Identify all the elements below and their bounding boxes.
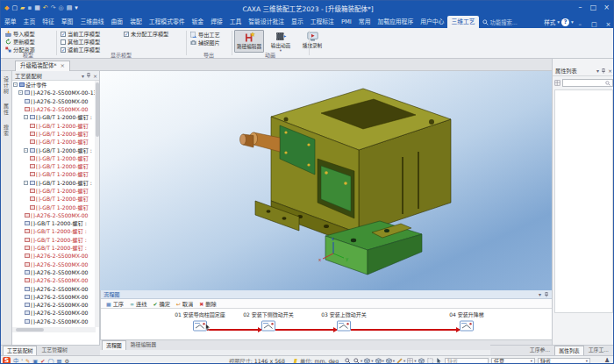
doc-close-button[interactable]: × (603, 18, 613, 28)
ribbon-tab[interactable]: 草图 (58, 16, 77, 28)
flow-node[interactable]: 03 安装上微动开关 (304, 310, 383, 335)
pin-icon[interactable] (601, 68, 606, 74)
tree-item[interactable]: []-A276-2-S500MX-00 (12, 211, 96, 219)
display-model-checkbox[interactable]: ✓ 当前工序模型 (61, 30, 100, 38)
tree-item[interactable]: - []-GB/T 1-2000-螺钉 : (12, 146, 96, 153)
flow-node-icon[interactable] (337, 320, 351, 332)
panel-close-icon[interactable]: × (93, 73, 97, 79)
vertical-tab[interactable]: 设计树 (3, 76, 11, 95)
toolbar-big-button[interactable]: 路径编辑器 (234, 30, 264, 53)
ribbon-tab[interactable]: 三维工艺 (447, 16, 478, 28)
tree-item[interactable]: []-GB/T 1-2000-螺钉 : (12, 227, 96, 235)
tree-horizontal-scrollbar[interactable] (12, 327, 96, 332)
ime-icon[interactable]: 中 (13, 356, 18, 364)
style-dropdown-icon[interactable]: ▾ (557, 19, 560, 25)
view-tool-button[interactable] (436, 358, 443, 364)
ribbon-tab[interactable]: 工程标注 (307, 16, 338, 28)
tree-item[interactable]: - []-GB/T 1-2000-螺钉 : (12, 179, 96, 187)
panel-tab[interactable]: 路径编辑器 (126, 339, 161, 350)
vertical-tab[interactable]: 属性 (3, 103, 11, 116)
panel-tab[interactable]: 工艺管理树 (37, 345, 71, 355)
tree-item[interactable]: []-GB/T 1-2000-螺钉 (12, 162, 96, 170)
flow-node[interactable]: 01 安装导向柱固定座 (161, 310, 239, 335)
view-tool-button[interactable]: ▾ (407, 358, 416, 364)
help-icon[interactable]: ? (561, 18, 569, 26)
view-tool-button[interactable]: ▾ (353, 358, 362, 364)
default-combo[interactable]: 缺省 ▾ (538, 358, 590, 364)
minimize-button[interactable]: – (574, 1, 587, 15)
panel-dropdown-icon[interactable]: ▾ (82, 73, 84, 79)
quick-access-icon[interactable]: ▤ (67, 1, 73, 15)
function-search[interactable]: 功能搜索... (482, 16, 518, 28)
style-button[interactable]: 样式 (544, 18, 555, 26)
ribbon-tab[interactable]: 常用 (355, 16, 375, 28)
filter-icon[interactable] (554, 80, 560, 86)
doc-restore-button[interactable]: □ (589, 18, 599, 28)
ime-icon[interactable]: ✔ (40, 356, 45, 364)
view-tool-button[interactable]: ▾ (386, 358, 395, 364)
vertical-tab[interactable]: 搜索 (3, 125, 11, 137)
toolbar-small-button[interactable]: 导入模型 (5, 30, 35, 37)
tree-item[interactable]: []-A276-2-S500MX-00 (12, 318, 96, 325)
tree-item[interactable]: []-A276-2-S500MX-00 (12, 252, 96, 260)
selection-type-combo[interactable]: 任意 ▾ (491, 358, 535, 364)
quick-access-icon[interactable]: ◎ (59, 1, 64, 15)
3d-viewport[interactable]: z x y (100, 71, 552, 290)
tree-item[interactable]: []-GB/T 1-2000-螺钉 : (12, 244, 96, 252)
document-tab[interactable]: 升级箱装配体* × (15, 61, 70, 71)
tree-item[interactable]: []-A276-2-S500MX-00 (12, 97, 96, 105)
quick-access-icon[interactable]: ▦ (34, 1, 40, 15)
tree-item[interactable]: []-A276-2-S500MX-00 (12, 309, 96, 317)
panel-tab[interactable]: 流程图 (102, 340, 126, 350)
ribbon-tab[interactable]: 钣金 (189, 16, 208, 28)
ribbon-tab[interactable]: PMI (338, 16, 355, 28)
ribbon-tab[interactable]: 菜单 (1, 16, 20, 28)
ime-icon[interactable]: ▣ (32, 356, 38, 364)
pin-icon[interactable] (86, 73, 91, 78)
ribbon-tab[interactable]: 显示 (288, 16, 307, 28)
tree-item[interactable]: []-GB/T 1-2000-螺钉 (12, 130, 96, 138)
view-tool-button[interactable] (427, 358, 434, 364)
flow-tool-button[interactable]: ✖ 删除 (199, 300, 216, 308)
assistant-icon[interactable]: ♟ (604, 356, 610, 364)
ribbon-tab[interactable]: 焊接 (207, 16, 226, 28)
ribbon-tab[interactable]: 曲面 (108, 16, 127, 28)
quick-access-icon[interactable]: ▪ (27, 1, 32, 15)
panel-tab[interactable]: 属性列表 (554, 346, 584, 355)
flow-node[interactable]: 02 安装下侧微动开关 (229, 310, 308, 335)
toolbar-small-button[interactable]: 更新模型 (5, 38, 35, 45)
ribbon-tab[interactable]: 特征 (39, 16, 58, 28)
quick-access-icon[interactable]: ▰ (20, 1, 25, 15)
tree-item[interactable]: []-GB/T 1-2000-螺钉 (12, 170, 96, 178)
restore-button[interactable]: □ (587, 1, 600, 15)
ribbon-tab[interactable]: 智能设计批注 (245, 16, 288, 28)
ime-logo-icon[interactable]: S (3, 357, 11, 364)
help-dropdown-icon[interactable]: ▾ (571, 19, 574, 25)
tree-item[interactable]: []-A276-2-S500MX-00 (12, 261, 96, 268)
panel-tab[interactable]: 工序工... (584, 345, 613, 355)
tree-item[interactable]: - 设计零件 (12, 81, 96, 89)
panel-tab[interactable]: 工序参... (525, 345, 554, 355)
view-tool-button[interactable]: ▾ (396, 358, 405, 364)
toolbar-small-button[interactable]: 捕捉图片 (190, 39, 220, 46)
ribbon-tab[interactable]: 工程模式零件 (146, 16, 189, 28)
display-model-checkbox[interactable]: ✓ 未分配工序模型 (124, 30, 168, 38)
ime-icon[interactable]: ⚙ (65, 356, 70, 364)
tree-item[interactable]: []-GB/T 1-2000-螺钉 (12, 195, 96, 203)
tree-expander-icon[interactable]: - (24, 148, 28, 153)
tree-vertical-scrollbar[interactable] (95, 81, 99, 327)
panel-close-icon[interactable]: × (608, 68, 612, 74)
ribbon-tab[interactable]: 主页 (20, 16, 39, 28)
flow-node[interactable]: 04 安装升降梯 (427, 310, 506, 335)
flow-node-icon[interactable] (261, 320, 275, 332)
tab-close-icon[interactable]: × (61, 61, 65, 71)
quick-access-icon[interactable]: ◆ (4, 1, 9, 15)
tree-item[interactable]: []-A276-2-S500MX-00 (12, 276, 96, 284)
filter-combo[interactable]: 缺省 (445, 358, 489, 364)
flow-node-icon[interactable] (460, 320, 474, 332)
ime-icon[interactable]: ' (21, 356, 23, 364)
tree-item[interactable]: []-GB/T 1-2000-螺钉 (12, 187, 96, 195)
panel-dropdown-icon[interactable]: ▾ (596, 68, 599, 74)
flow-tool-button[interactable]: ↩ 取消 (176, 300, 193, 308)
tree-item[interactable]: []-GB/T 1-2000-螺钉 (12, 138, 96, 146)
